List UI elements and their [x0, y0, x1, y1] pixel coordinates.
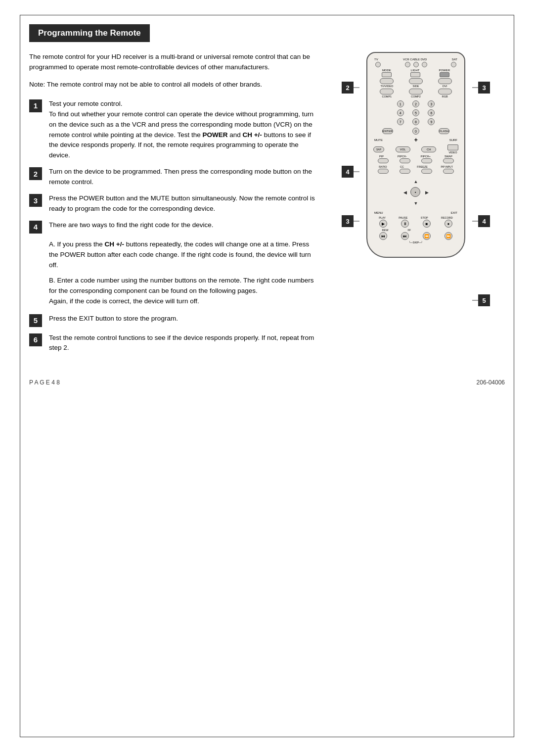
remote-menuexit-labels: MENUEXIT — [372, 211, 459, 214]
remote-ff-btn: ⏭ — [401, 232, 409, 240]
remote-rew-btn: ⏮ — [379, 232, 387, 240]
remote-up-arrow: ▲ — [410, 176, 421, 187]
footer-page: P A G E 4 8 — [29, 379, 60, 386]
remote-btn-1: 1 — [397, 100, 404, 107]
intro-paragraph2: Note: The remote control may not be able… — [29, 80, 317, 90]
remote-mode-label: MODE — [382, 69, 391, 72]
step-1-text: Test your remote control. To find out wh… — [49, 99, 317, 161]
remote-pip-btn — [378, 158, 389, 163]
callout-4-left: 4 — [342, 166, 354, 178]
remote-cable-dot — [413, 62, 419, 67]
remote-pipinput-btn — [443, 169, 454, 174]
remote-comp2-btn — [409, 89, 423, 94]
remote-freeze-btn — [421, 169, 432, 174]
remote-ch-btn: CH — [421, 146, 436, 152]
remote-power-label: POWER — [439, 69, 450, 72]
remote-rgb-btn — [438, 89, 452, 94]
remote-tv-label: TV — [374, 58, 378, 61]
remote-vol-btn: VOL — [396, 146, 410, 152]
remote-surf-label: SURF — [449, 139, 457, 142]
section-header: Programming the Remote — [29, 24, 150, 42]
step-1-row: 1 Test your remote control. To find out … — [29, 99, 317, 161]
page: Programming the Remote The remote contro… — [20, 15, 514, 737]
step-4-text: There are two ways to find the right cod… — [49, 220, 213, 231]
page-footer: P A G E 4 8 206-04006 — [20, 374, 514, 391]
step-4-row: 4 There are two ways to find the right c… — [29, 220, 317, 234]
step-5-row: 5 Press the EXIT button to store the pro… — [29, 314, 317, 327]
step-2-row: 2 Turn on the device to be programmed. T… — [29, 167, 317, 188]
remote-left-arrow: ◀ — [400, 187, 410, 198]
remote-flash-btn: FLASH — [439, 128, 449, 134]
step-5-number: 5 — [29, 314, 42, 327]
remote-skipback-btn: ⏪ — [423, 232, 431, 240]
callout-5-right-box: 5 — [478, 294, 490, 306]
remote-comp2-label: COMP2 — [411, 95, 421, 98]
footer-doc-number: 206-04006 — [477, 379, 505, 386]
remote-illustration: TV VCR CABLE DVD SAT — [366, 52, 465, 258]
remote-video-btn — [447, 144, 458, 150]
remote-play-btn: ▶ — [379, 220, 387, 228]
remote-light-label: LIGHT — [411, 69, 420, 72]
remote-dvd-dot — [422, 62, 427, 67]
remote-skip-label: └─SKIP─┘ — [372, 241, 459, 244]
remote-side-label: SIDE — [413, 85, 419, 88]
callout-4-right: 4 — [478, 215, 490, 227]
remote-btn-5: 5 — [412, 109, 419, 116]
remote-video-label: VIDEO — [448, 151, 457, 154]
remote-pipch-plus-btn — [421, 158, 432, 163]
remote-transport-labels: PLAYPAUSESTOPRECORD — [372, 216, 459, 219]
step-5-text: Press the EXIT button to store the progr… — [49, 314, 178, 324]
remote-down-arrow: ▼ — [410, 198, 421, 209]
step-6-number: 6 — [29, 333, 42, 346]
remote-nav-center: ● — [410, 187, 420, 197]
step-2-number: 2 — [29, 167, 42, 180]
step-3-row: 3 Press the POWER button and the MUTE bu… — [29, 193, 317, 214]
remote-plus-icon: + — [414, 137, 418, 143]
remote-comp1-label: COMP1 — [382, 95, 392, 98]
step-4-number: 4 — [29, 221, 42, 234]
remote-sat-dot — [451, 62, 456, 67]
remote-tv-dot — [375, 62, 381, 67]
remote-stop-btn: ■ — [423, 220, 431, 228]
step-6-text: Test the remote control functions to see… — [49, 333, 317, 354]
remote-record-btn: ● — [445, 220, 452, 228]
remote-swap-btn — [443, 158, 454, 163]
remote-tvvideo-label: TV/VIDEO — [380, 85, 393, 88]
remote-btn-2: 2 — [412, 100, 419, 107]
remote-side-btn — [409, 78, 423, 84]
header-title: Programming the Remote — [38, 28, 141, 38]
remote-btn-6: 6 — [428, 109, 435, 116]
intro-paragraph1: The remote control for your HD receiver … — [29, 52, 317, 73]
remote-btn-4: 4 — [397, 109, 404, 116]
step-3-text: Press the POWER button and the MUTE butt… — [49, 193, 317, 214]
remote-sap-btn: SAP — [373, 146, 384, 152]
remote-btn-8: 8 — [412, 118, 419, 125]
callout-4-box: 4 — [342, 166, 354, 178]
remote-mode-btn — [382, 72, 392, 77]
remote-right-arrow: ▶ — [421, 187, 432, 198]
remote-numpad: 1 2 3 4 5 6 7 8 9 — [394, 100, 438, 125]
callout-3-right-box: 3 — [478, 82, 490, 94]
remote-enter-btn: ENTER — [382, 128, 393, 134]
callout-3-left: 3 — [342, 215, 354, 227]
callout-2-left: 2 — [342, 82, 354, 94]
remote-vcr-dot — [405, 62, 410, 67]
callout-5-right: 5 — [478, 294, 490, 306]
callout-4-right-box: 4 — [478, 215, 490, 227]
remote-comp1-btn — [380, 89, 394, 94]
remote-pause-btn: ⏸ — [401, 220, 409, 228]
remote-dvi-label: DVI — [443, 85, 447, 88]
remote-pipch-minus-btn — [400, 158, 410, 163]
remote-mute-label: MUTE — [374, 139, 383, 142]
remote-power-btn — [440, 72, 449, 77]
callout-2-box: 2 — [342, 82, 354, 94]
step-6-row: 6 Test the remote control functions to s… — [29, 333, 317, 354]
step-4b-text: B. Enter a code number using the number … — [49, 276, 317, 307]
callout-3-right: 3 — [478, 82, 490, 94]
remote-rgb-label: RGB — [442, 95, 448, 98]
remote-sat-label: SAT — [452, 58, 457, 61]
remote-btn-0: 0 — [412, 128, 419, 135]
remote-tvvideo-btn — [380, 78, 394, 84]
remote-column: TV VCR CABLE DVD SAT — [327, 47, 505, 359]
remote-vcr-label: VCR CABLE DVD — [403, 58, 427, 61]
